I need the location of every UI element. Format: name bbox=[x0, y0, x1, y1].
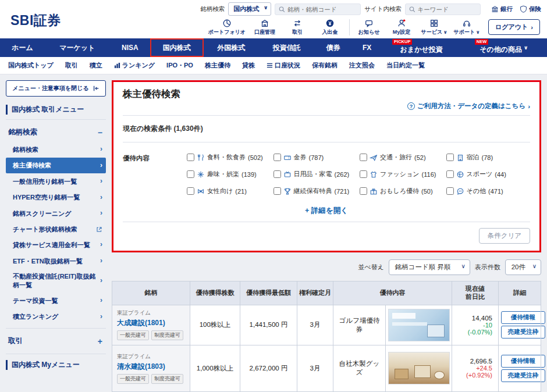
notifications-button[interactable]: お知らせ bbox=[356, 19, 382, 36]
checkbox-hotel[interactable]: 宿泊(78) bbox=[446, 153, 531, 162]
site-search-input[interactable] bbox=[418, 6, 477, 13]
subnav-stock-lending[interactable]: 貸株 bbox=[236, 61, 261, 70]
food-checkbox[interactable] bbox=[187, 154, 194, 161]
help-link[interactable]: ? ご利用方法・データの定義はこちら › bbox=[123, 102, 530, 111]
checkbox-voucher[interactable]: 金券(787) bbox=[274, 153, 358, 162]
my-settings-button[interactable]: My設定 bbox=[388, 19, 415, 36]
sidebar-item-benefit-search[interactable]: 株主優待検索› bbox=[6, 158, 106, 174]
close-menu-button[interactable]: メニュー・注意事項を閉じる bbox=[6, 80, 106, 97]
fashion-checkbox[interactable] bbox=[360, 170, 367, 178]
checkbox-hobby[interactable]: 趣味・娯楽(139) bbox=[187, 170, 271, 179]
nav-bonds[interactable]: 債券 bbox=[314, 38, 351, 57]
benefit-info-button[interactable]: 優待情報 bbox=[501, 355, 545, 368]
sidebar-item-etf-etn[interactable]: ETF・ETN取扱銘柄一覧› bbox=[6, 253, 106, 269]
subnav-top[interactable]: 国内株式トップ bbox=[2, 61, 59, 70]
hobby-checkbox[interactable] bbox=[187, 170, 194, 178]
short-sell-frame-button[interactable]: 売建受注枠 bbox=[501, 326, 545, 338]
sidebar-item-theme-invest[interactable]: テーマ投資一覧› bbox=[6, 293, 106, 309]
sidebar-item-screening[interactable]: 銘柄スクリーニング› bbox=[6, 205, 106, 222]
expand-details-link[interactable]: + 詳細を開く bbox=[123, 198, 530, 222]
logo[interactable]: SBI証券 bbox=[0, 0, 111, 38]
stock-search-select[interactable]: 国内株式 ∨ bbox=[228, 2, 271, 16]
sidebar-item-general-margin[interactable]: 一般信用売り銘柄一覧› bbox=[6, 173, 106, 190]
services-button[interactable]: サービス∨ bbox=[421, 19, 447, 36]
external-link-icon bbox=[96, 226, 102, 233]
support-button[interactable]: サポート∨ bbox=[453, 19, 480, 36]
subnav-order-inquiry[interactable]: 注文照会 bbox=[343, 61, 381, 70]
stock-search-label: 銘柄検索 bbox=[200, 5, 225, 13]
subnav-holdings[interactable]: 保有銘柄 bbox=[306, 61, 343, 70]
stock-link[interactable]: 清水建設(1803) bbox=[117, 362, 185, 372]
subnav-ranking[interactable]: ランキング bbox=[108, 61, 161, 70]
per-page-select[interactable]: 20件 ∨ bbox=[505, 259, 541, 275]
nav-nisa[interactable]: NISA bbox=[110, 38, 150, 57]
grid-icon bbox=[429, 19, 439, 28]
subnav-shareholder-benefits[interactable]: 株主優待 bbox=[199, 61, 236, 70]
account-management-button[interactable]: 口座管理 bbox=[251, 19, 278, 36]
nav-other-products[interactable]: NEW その他の商品 ∨ bbox=[461, 38, 547, 57]
sub-navigation: 国内株式トップ 取引 積立 ランキング IPO・PO 株主優待 貸株 口座状況 … bbox=[0, 57, 547, 74]
benefit-info-button[interactable]: 優待情報 bbox=[501, 311, 545, 324]
hotel-checkbox[interactable] bbox=[446, 154, 454, 161]
checkbox-sports[interactable]: スポーツ(44) bbox=[446, 170, 531, 179]
checkbox-fun[interactable]: おもしろ優待(50) bbox=[360, 187, 444, 195]
nav-foreign-stocks[interactable]: 外国株式 bbox=[204, 38, 259, 57]
women-checkbox[interactable] bbox=[187, 187, 194, 195]
loyalty-checkbox[interactable] bbox=[274, 187, 281, 195]
clear-conditions-button[interactable]: 条件クリア bbox=[479, 228, 530, 244]
fun-checkbox[interactable] bbox=[360, 187, 367, 195]
sidebar-item-tsumitate-ranking[interactable]: 積立ランキング› bbox=[6, 309, 106, 325]
subnav-tsumitate[interactable]: 積立 bbox=[84, 61, 108, 70]
voucher-checkbox[interactable] bbox=[274, 154, 281, 161]
sidebar-item-lending-rates[interactable]: 貸株サービス適用金利一覧› bbox=[6, 237, 106, 253]
nav-market[interactable]: マーケット bbox=[45, 38, 110, 57]
nav-fx[interactable]: FX bbox=[352, 38, 382, 57]
portfolio-button[interactable]: ポートフォリオ bbox=[208, 19, 246, 36]
subnav-ipo-po[interactable]: IPO・PO bbox=[161, 61, 199, 70]
sort-select[interactable]: 銘柄コード順 昇順 ∨ bbox=[389, 259, 470, 275]
checkbox-loyalty[interactable]: 継続保有特典(721) bbox=[274, 187, 358, 195]
chevron-down-icon: ∨ bbox=[476, 30, 480, 35]
stock-link[interactable]: 大成建設(1801) bbox=[117, 318, 185, 328]
nav-domestic-stocks[interactable]: 国内株式 bbox=[150, 38, 204, 57]
trade-button[interactable]: 取引 bbox=[284, 19, 311, 36]
subnav-today-executions[interactable]: 当日約定一覧 bbox=[381, 61, 431, 70]
divider bbox=[6, 119, 106, 120]
sidebar-item-reit[interactable]: 不動産投資信託(REIT)取扱銘柄一覧› bbox=[6, 269, 106, 293]
other-checkbox[interactable] bbox=[446, 187, 454, 195]
short-sell-frame-button[interactable]: 売建受注枠 bbox=[501, 369, 545, 382]
subnav-account-status[interactable]: 口座状況 bbox=[261, 61, 306, 70]
price-change: -10 bbox=[454, 322, 492, 329]
chevron-right-icon: › bbox=[100, 240, 102, 250]
checkbox-women[interactable]: 女性向け(21) bbox=[187, 187, 271, 195]
checkbox-appliance[interactable]: 日用品・家電(262) bbox=[274, 170, 358, 179]
appliance-checkbox[interactable] bbox=[274, 170, 281, 178]
checkbox-fashion[interactable]: ファッション(116) bbox=[360, 170, 444, 179]
sports-checkbox[interactable] bbox=[446, 170, 454, 178]
nav-omakase[interactable]: PICKUP おまかせ投資 bbox=[382, 38, 461, 57]
sidebar-section-search[interactable]: 銘柄検索 − bbox=[6, 123, 106, 141]
chevron-right-icon: › bbox=[100, 209, 102, 218]
sidebar-item-chart-shape[interactable]: チャート形状銘柄検索 bbox=[6, 222, 106, 237]
search-icon bbox=[409, 6, 415, 13]
nav-mutual-funds[interactable]: 投資信託 bbox=[259, 38, 314, 57]
travel-checkbox[interactable] bbox=[360, 154, 367, 161]
nav-home[interactable]: ホーム bbox=[0, 38, 45, 57]
checkbox-travel[interactable]: 交通・旅行(52) bbox=[360, 153, 444, 162]
ticket-icon bbox=[283, 154, 292, 162]
chevron-down-icon: ∨ bbox=[532, 263, 537, 269]
pie-chart-icon bbox=[222, 19, 232, 28]
subnav-trade[interactable]: 取引 bbox=[59, 61, 84, 70]
sidebar-item-stock-search[interactable]: 銘柄検索› bbox=[6, 141, 106, 158]
checkbox-food[interactable]: 食料・飲食券(502) bbox=[187, 153, 271, 162]
insurance-link[interactable]: 保険 bbox=[520, 5, 541, 13]
logout-button[interactable]: ログアウト › bbox=[488, 19, 540, 35]
bank-link[interactable]: 銀行 bbox=[491, 5, 513, 13]
question-icon: ? bbox=[407, 102, 415, 110]
sidebar-section-trade[interactable]: 取引 + bbox=[6, 332, 106, 350]
sidebar-item-hyper-short[interactable]: HYPER空売り銘柄一覧› bbox=[6, 190, 106, 206]
checkbox-other[interactable]: その他(471) bbox=[446, 187, 531, 195]
stock-search-input[interactable] bbox=[287, 6, 357, 13]
table-row: 東証プライム 清水建設(1803) 一般売建可 制度売建可 1,000株以上 2… bbox=[112, 345, 541, 391]
deposit-withdraw-button[interactable]: 入出金 bbox=[317, 19, 343, 36]
